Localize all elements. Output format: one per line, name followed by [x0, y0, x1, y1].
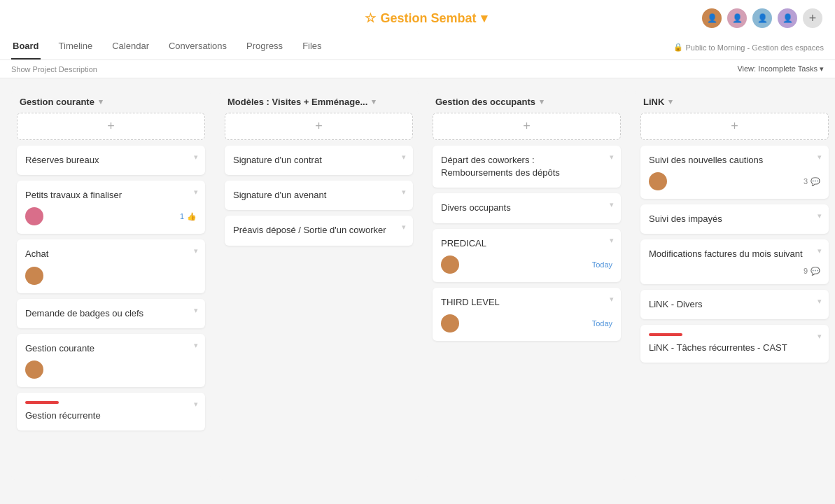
show-description-link[interactable]: Show Project Description: [11, 65, 97, 74]
star-icon: ☆: [365, 10, 376, 26]
card-title: Divers occupants: [441, 202, 612, 214]
card-chevron-icon[interactable]: ▾: [818, 246, 822, 255]
header-top: ☆ Gestion Sembat ▾ 👤 👤 👤 👤 +: [11, 0, 824, 35]
card-title: Gestion courante: [25, 342, 197, 355]
card-title: Modifications factures du mois suivant: [649, 248, 820, 260]
project-title[interactable]: ☆ Gestion Sembat ▾: [365, 10, 486, 26]
tab-board[interactable]: Board: [11, 35, 41, 59]
card-avatar: [441, 255, 459, 274]
card-title: THIRD LEVEL: [441, 296, 612, 309]
card-footer: Today: [441, 314, 612, 332]
column-chevron-icon[interactable]: ▾: [668, 97, 673, 106]
card-predical: ▾ PREDICAL Today: [433, 229, 621, 282]
card-like-badge: 1👍: [180, 212, 197, 221]
card-chevron-icon[interactable]: ▾: [194, 153, 198, 162]
card-suivi-cautions: ▾ Suivi des nouvelles cautions 3💬: [640, 146, 829, 199]
card-title: Signature d'un contrat: [233, 154, 405, 167]
column-chevron-icon[interactable]: ▾: [372, 97, 376, 106]
card-demande-badges: ▾ Demande de badges ou clefs: [17, 299, 205, 328]
card-chevron-icon[interactable]: ▾: [818, 297, 822, 306]
sub-header: Show Project Description View: Incomplet…: [0, 60, 835, 78]
card-title: Suivi des nouvelles cautions: [649, 154, 820, 167]
card-footer: 3💬: [649, 172, 820, 190]
card-due-date: Today: [592, 260, 612, 269]
column-gestion-courante: Gestion courante ▾ + ▾ Réserves bureaux …: [11, 90, 211, 480]
card-footer: Today: [441, 255, 612, 274]
card-gestion-recurrente: ▾ Gestion récurrente: [17, 393, 205, 430]
add-card-link[interactable]: +: [640, 113, 829, 140]
card-chevron-icon[interactable]: ▾: [402, 153, 406, 162]
tab-calendar[interactable]: Calendar: [111, 35, 150, 59]
card-chevron-icon[interactable]: ▾: [818, 211, 822, 220]
card-preavis: ▾ Préavis déposé / Sortie d'un coworker: [225, 216, 413, 245]
tab-progress[interactable]: Progress: [245, 35, 284, 59]
card-chevron-icon[interactable]: ▾: [194, 188, 198, 197]
card-avatar: [25, 360, 43, 379]
card-avatar: [649, 172, 667, 190]
card-title: Préavis déposé / Sortie d'un coworker: [233, 224, 405, 237]
card-chevron-icon[interactable]: ▾: [194, 400, 198, 409]
card-chevron-icon[interactable]: ▾: [194, 341, 198, 350]
card-suivi-impayes: ▾ Suivi des impayés: [640, 204, 829, 234]
card-comment-badge: 3💬: [804, 177, 820, 186]
card-chevron-icon[interactable]: ▾: [194, 306, 198, 315]
card-title: Départ des coworkers : Remboursements de…: [441, 154, 612, 179]
card-footer: 1👍: [25, 207, 197, 225]
card-chevron-icon[interactable]: ▾: [610, 295, 614, 304]
add-member-button[interactable]: +: [801, 7, 824, 29]
tab-timeline[interactable]: Timeline: [57, 35, 94, 59]
card-footer: [25, 267, 197, 285]
card-signature-avenant: ▾ Signature d'un avenant: [225, 181, 413, 210]
card-link-taches-recurrentes: ▾ LiNK - Tâches récurrentes - CAST: [640, 325, 829, 363]
card-title: Gestion récurrente: [25, 410, 197, 422]
card-title: LiNK - Divers: [649, 298, 820, 311]
add-card-occupants[interactable]: +: [433, 113, 621, 140]
card-chevron-icon[interactable]: ▾: [194, 246, 198, 255]
card-avatar: [441, 314, 459, 332]
card-depart-coworkers: ▾ Départ des coworkers : Remboursements …: [433, 146, 621, 188]
add-card-modeles[interactable]: +: [225, 113, 413, 140]
card-chevron-icon[interactable]: ▾: [402, 223, 406, 232]
main-nav: Board Timeline Calendar Conversations Pr…: [11, 35, 323, 59]
card-title: PREDICAL: [441, 237, 612, 250]
card-avatar: [25, 207, 43, 225]
column-header-link: LiNK ▾: [635, 90, 834, 113]
card-achat: ▾ Achat: [17, 239, 205, 293]
column-modeles: Modèles : Visites + Emménage... ▾ + ▾ Si…: [219, 90, 419, 480]
red-bar-indicator: [649, 333, 682, 336]
card-avatar: [25, 267, 43, 285]
card-petits-travaux: ▾ Petits travaux à finaliser 1👍: [17, 181, 205, 234]
column-title-occupants: Gestion des occupants: [435, 97, 535, 107]
card-chevron-icon[interactable]: ▾: [610, 236, 614, 245]
card-chevron-icon[interactable]: ▾: [818, 153, 822, 162]
column-header-gestion-courante: Gestion courante ▾: [11, 90, 211, 113]
card-title: Achat: [25, 248, 197, 260]
header-avatars: 👤 👤 👤 👤 +: [701, 7, 824, 29]
card-chevron-icon[interactable]: ▾: [610, 200, 614, 209]
card-gestion-courante-sub: ▾ Gestion courante: [17, 334, 205, 387]
tab-files[interactable]: Files: [301, 35, 323, 59]
card-chevron-icon[interactable]: ▾: [610, 153, 614, 162]
card-due-date: Today: [592, 319, 612, 328]
visibility-info: 🔒 Public to Morning - Gestion des espace…: [673, 43, 825, 52]
header: ☆ Gestion Sembat ▾ 👤 👤 👤 👤 + Board Timel…: [0, 0, 835, 60]
card-chevron-icon[interactable]: ▾: [402, 188, 406, 197]
avatar-2: 👤: [726, 7, 748, 29]
card-divers-occupants: ▾ Divers occupants: [433, 193, 621, 223]
card-link-divers: ▾ LiNK - Divers: [640, 290, 829, 319]
add-card-gestion-courante[interactable]: +: [17, 113, 205, 140]
column-header-occupants: Gestion des occupants ▾: [427, 90, 626, 113]
column-chevron-icon[interactable]: ▾: [540, 97, 544, 106]
column-title-modeles: Modèles : Visites + Emménage...: [227, 97, 367, 107]
card-title: Demande de badges ou clefs: [25, 307, 197, 320]
column-chevron-icon[interactable]: ▾: [99, 97, 103, 106]
project-name: Gestion Sembat: [380, 11, 476, 26]
card-footer: [25, 360, 197, 379]
column-link: LiNK ▾ + ▾ Suivi des nouvelles cautions …: [635, 90, 834, 480]
tab-conversations[interactable]: Conversations: [167, 35, 228, 59]
view-filter-button[interactable]: View: Incomplete Tasks ▾: [737, 64, 824, 74]
card-title: Réserves bureaux: [25, 154, 197, 167]
card-chevron-icon[interactable]: ▾: [818, 332, 822, 341]
avatar-3: 👤: [751, 7, 773, 29]
avatar-4: 👤: [776, 7, 799, 29]
